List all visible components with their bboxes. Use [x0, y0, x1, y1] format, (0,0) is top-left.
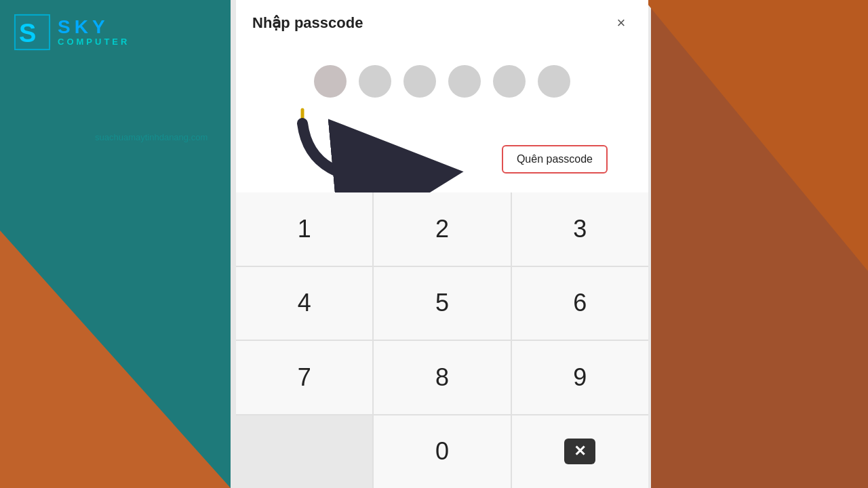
- logo-computer-label: COMPUTER: [58, 37, 130, 47]
- logo: S SKY COMPUTER: [14, 14, 130, 51]
- key-3[interactable]: 3: [512, 192, 648, 266]
- key-8[interactable]: 8: [374, 341, 510, 414]
- key-6[interactable]: 6: [512, 267, 648, 340]
- key-9[interactable]: 9: [512, 341, 648, 414]
- numpad: 1 2 3 4 5 6 7 8 9 0 ✕: [236, 192, 648, 488]
- dot-2: [359, 65, 391, 98]
- dot-6: [538, 65, 570, 98]
- key-empty: [236, 415, 372, 489]
- logo-text: SKY COMPUTER: [58, 18, 130, 47]
- dots-row: [236, 46, 648, 104]
- logo-sky-label: SKY: [58, 18, 130, 37]
- key-backspace[interactable]: ✕: [512, 415, 648, 489]
- forgot-area: Quên passcode: [236, 104, 648, 192]
- backspace-icon: ✕: [564, 439, 595, 464]
- modal-header: Nhập passcode ×: [236, 0, 648, 46]
- backspace-x-label: ✕: [574, 443, 586, 460]
- passcode-modal: Nhập passcode × Quên passcode 1: [236, 0, 648, 488]
- dot-3: [403, 65, 436, 98]
- dot-1: [314, 65, 347, 98]
- key-1[interactable]: 1: [236, 192, 372, 266]
- key-7[interactable]: 7: [236, 341, 372, 414]
- close-button[interactable]: ×: [610, 12, 632, 34]
- key-0[interactable]: 0: [374, 415, 510, 489]
- key-4[interactable]: 4: [236, 267, 372, 340]
- dot-4: [448, 65, 481, 98]
- key-2[interactable]: 2: [374, 192, 510, 266]
- logo-icon: S: [14, 14, 51, 51]
- bg-orange-left: [0, 230, 231, 488]
- modal-title: Nhập passcode: [252, 14, 363, 32]
- dot-5: [493, 65, 526, 98]
- arrow-icon: [256, 104, 473, 192]
- bg-orange-right: [644, 0, 868, 271]
- key-5[interactable]: 5: [374, 267, 510, 340]
- svg-text:S: S: [19, 19, 36, 47]
- forgot-passcode-button[interactable]: Quên passcode: [502, 145, 608, 174]
